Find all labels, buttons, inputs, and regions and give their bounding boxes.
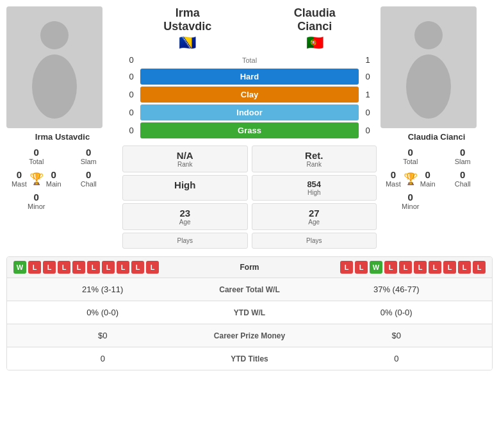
clay-button[interactable]: Clay — [140, 87, 359, 103]
total-label: Total — [140, 56, 359, 64]
right-plays-box: Plays — [252, 233, 377, 249]
left-player-name: Irma Ustavdic — [6, 132, 119, 142]
hard-left-score: 0 — [122, 72, 140, 81]
right-age-label: Age — [258, 219, 372, 226]
grass-left-score: 0 — [122, 126, 140, 135]
left-age-box: 23 Age — [122, 203, 248, 230]
right-minor-label: Minor — [402, 203, 420, 210]
stat-center-0: Career Total W/L — [199, 279, 301, 301]
grass-button[interactable]: Grass — [140, 122, 359, 138]
indoor-left-score: 0 — [122, 108, 140, 117]
left-rank-box: N/A Rank — [122, 145, 248, 172]
form-badge-left-6: L — [102, 261, 115, 274]
indoor-button[interactable]: Indoor — [140, 104, 359, 120]
stat-right-0: 37% (46-77) — [301, 278, 493, 301]
left-player-card: Irma Ustavdic 0 Total 0 Slam 0 Mast 🏆 0 … — [6, 6, 119, 251]
right-flag: 🇵🇹 — [294, 35, 336, 51]
right-plays-label: Plays — [258, 237, 372, 244]
left-player-avatar — [6, 6, 102, 128]
right-age-value: 27 — [258, 208, 372, 219]
right-total-label: Total — [403, 158, 418, 165]
form-badge-left-5: L — [87, 261, 100, 274]
form-badge-right-7: L — [443, 261, 456, 274]
left-minor-label: Minor — [28, 203, 45, 210]
left-chall-value: 0 — [86, 169, 91, 180]
form-badge-left-0: W — [13, 261, 26, 274]
surface-row-hard: 0 Hard 0 — [122, 69, 377, 85]
hard-button[interactable]: Hard — [140, 69, 359, 85]
form-badge-left-8: L — [131, 261, 144, 274]
form-badge-left-2: L — [43, 261, 56, 274]
form-row: W L L L L L L L L L Form L L W L L L L L… — [7, 257, 492, 278]
right-chall-value: 0 — [460, 169, 465, 180]
form-badge-right-5: L — [414, 261, 427, 274]
right-total-value: 0 — [408, 147, 413, 158]
svg-point-2 — [414, 21, 443, 49]
left-mast-label: Mast — [12, 180, 27, 188]
right-trophy-icon: 🏆 — [404, 172, 418, 186]
left-slam-value: 0 — [86, 147, 91, 158]
form-badge-right-3: L — [384, 261, 397, 274]
right-high-value: 854 — [258, 179, 372, 189]
form-badge-right-6: L — [429, 261, 441, 274]
right-main-label: Main — [420, 180, 436, 188]
form-badge-right-9: L — [473, 261, 486, 274]
stat-center-3: YTD Titles — [199, 348, 301, 370]
left-trophy-icon: 🏆 — [29, 172, 44, 186]
stat-left-1: 0% (0-0) — [7, 301, 199, 324]
left-mast-value: 0 — [17, 169, 22, 180]
stat-row-1: 0% (0-0) YTD W/L 0% (0-0) — [7, 301, 492, 324]
left-age-value: 23 — [128, 208, 242, 219]
surface-row-clay: 0 Clay 1 — [122, 87, 377, 103]
grass-right-score: 0 — [359, 126, 377, 135]
svg-point-0 — [40, 21, 69, 49]
hard-right-score: 0 — [359, 72, 377, 81]
right-player-card: Claudia Cianci 0 Total 0 Slam 0 Mast 🏆 0… — [380, 6, 493, 251]
left-minor-value: 0 — [34, 192, 39, 203]
form-left-badges: W L L L L L L L L L — [13, 261, 218, 274]
stat-left-2: $0 — [7, 324, 199, 347]
stat-left-0: 21% (3-11) — [7, 278, 199, 301]
right-player-avatar — [380, 6, 477, 128]
right-player-name: Claudia Cianci — [380, 132, 493, 142]
left-rank-label: Rank — [128, 161, 242, 168]
left-high-value: High — [128, 179, 242, 190]
right-age-box: 27 Age — [252, 203, 377, 230]
left-plays-box: Plays — [122, 233, 248, 249]
svg-point-1 — [32, 54, 77, 119]
stat-center-2: Career Prize Money — [199, 325, 301, 347]
right-mast-label: Mast — [386, 180, 401, 188]
total-left-score: 0 — [122, 55, 140, 65]
indoor-right-score: 0 — [359, 108, 377, 117]
form-badge-left-3: L — [58, 261, 70, 274]
left-main-value: 0 — [51, 169, 56, 180]
left-flag: 🇧🇦 — [163, 35, 211, 51]
total-right-score: 1 — [359, 55, 377, 65]
right-mast-value: 0 — [391, 169, 396, 180]
stats-table: W L L L L L L L L L Form L L W L L L L L… — [6, 256, 493, 370]
right-slam-label: Slam — [455, 158, 471, 165]
form-badge-left-9: L — [146, 261, 159, 274]
right-header-name: ClaudiaCianci — [294, 6, 336, 33]
form-badge-left-1: L — [28, 261, 41, 274]
form-badge-left-7: L — [117, 261, 129, 274]
right-high-label: High — [258, 189, 372, 196]
left-total-value: 0 — [34, 147, 39, 158]
stat-right-3: 0 — [301, 347, 493, 370]
total-row: 0 Total 1 — [122, 55, 377, 65]
stat-row-2: $0 Career Prize Money $0 — [7, 324, 492, 347]
left-header-name: IrmaUstavdic — [163, 6, 211, 33]
form-label: Form — [218, 263, 282, 272]
right-high-box: 854 High — [252, 175, 377, 201]
right-chall-label: Chall — [455, 180, 471, 188]
surface-row-grass: 0 Grass 0 — [122, 122, 377, 138]
form-badge-left-4: L — [72, 261, 85, 274]
right-minor-value: 0 — [408, 192, 413, 203]
middle-column: IrmaUstavdic 🇧🇦 ClaudiaCianci 🇵🇹 0 Total… — [122, 6, 377, 251]
left-rank-value: N/A — [128, 150, 242, 161]
left-high-box: High — [122, 175, 248, 201]
left-main-label: Main — [46, 180, 61, 188]
clay-left-score: 0 — [122, 90, 140, 99]
stat-center-1: YTD W/L — [199, 302, 301, 324]
svg-point-3 — [406, 54, 451, 119]
